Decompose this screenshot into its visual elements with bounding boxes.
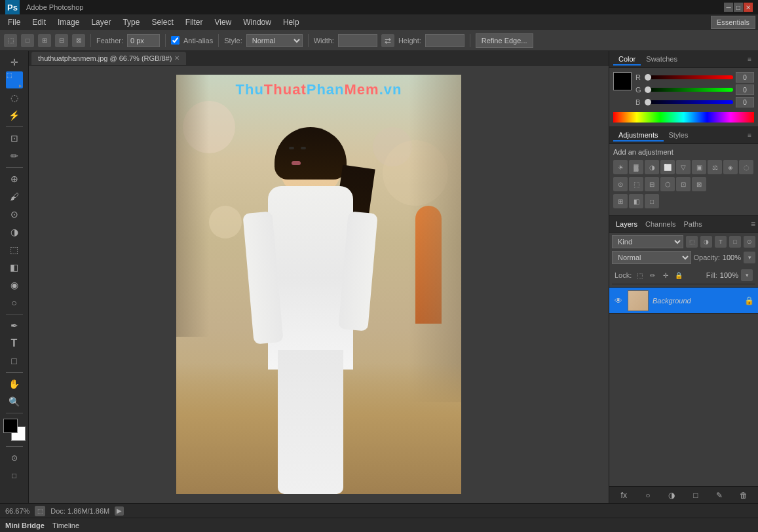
- new-layer-button[interactable]: ✎: [713, 489, 725, 501]
- channel-b-input[interactable]: 0: [736, 97, 754, 107]
- new-group-button[interactable]: □: [690, 489, 702, 501]
- levels-adj-icon[interactable]: ▓: [629, 160, 643, 174]
- layer-adjustment-button[interactable]: ◑: [666, 489, 677, 501]
- marquee-add-icon[interactable]: ⊞: [38, 34, 51, 47]
- adjust-filter-icon[interactable]: ◑: [700, 236, 712, 248]
- fill-chevron[interactable]: ▾: [741, 269, 753, 281]
- canvas-wrapper[interactable]: ThuThuatPhanMem.vn: [29, 66, 609, 503]
- pixel-filter-icon[interactable]: ⬚: [686, 236, 698, 248]
- blend-mode-select[interactable]: Normal Dissolve Multiply Screen Overlay: [612, 251, 691, 264]
- gradientmap-adj-icon[interactable]: ◧: [629, 194, 643, 208]
- solidcolor-adj-icon[interactable]: □: [645, 194, 659, 208]
- vibrance-adj-icon[interactable]: ▣: [692, 160, 706, 174]
- tab-paths[interactable]: Paths: [680, 219, 706, 229]
- adj-panel-menu[interactable]: ≡: [745, 130, 754, 140]
- tab-layers[interactable]: Layers: [612, 219, 641, 229]
- layers-filter-select[interactable]: Kind Name Effect Mode Attribute Color: [612, 235, 683, 248]
- history-brush[interactable]: ◑: [6, 223, 23, 240]
- marquee-inter-icon[interactable]: ⊠: [72, 34, 85, 47]
- channel-r-input[interactable]: 0: [736, 72, 754, 83]
- width-input[interactable]: [338, 34, 377, 47]
- quickselect-tool[interactable]: ⚡: [6, 107, 23, 124]
- channelmix-adj-icon[interactable]: ⬚: [629, 177, 643, 191]
- status-arrow-icon[interactable]: ▶: [115, 506, 124, 516]
- minimize-button[interactable]: ─: [724, 3, 733, 12]
- layer-visibility-icon[interactable]: 👁: [613, 295, 624, 306]
- color-spectrum[interactable]: [613, 112, 754, 123]
- bw-adj-icon[interactable]: ◌: [739, 160, 753, 174]
- foreground-color-swatch[interactable]: [3, 419, 18, 433]
- menu-help[interactable]: Help: [278, 16, 305, 28]
- quick-mask-tool[interactable]: ⊙: [6, 449, 23, 466]
- feather-input[interactable]: [127, 34, 160, 47]
- shape-filter-icon[interactable]: □: [729, 236, 741, 248]
- lock-move-icon[interactable]: ✛: [660, 270, 671, 280]
- curves-adj-icon[interactable]: ◑: [645, 160, 659, 174]
- channel-r-slider[interactable]: [645, 75, 733, 79]
- menu-type[interactable]: Type: [117, 16, 145, 28]
- smart-filter-icon[interactable]: ⊙: [744, 236, 755, 248]
- eraser-tool[interactable]: ⬚: [6, 241, 23, 258]
- menu-file[interactable]: File: [3, 16, 26, 28]
- lasso-tool[interactable]: ◌: [6, 89, 23, 106]
- height-input[interactable]: [425, 34, 464, 47]
- hand-tool[interactable]: ✋: [6, 375, 23, 392]
- pen-tool[interactable]: ✒: [6, 317, 23, 334]
- essentials-button[interactable]: Essentials: [711, 16, 755, 29]
- lock-position-icon[interactable]: ✏: [647, 270, 658, 280]
- clone-tool[interactable]: ⊙: [6, 206, 23, 223]
- layer-mask-button[interactable]: ○: [642, 489, 654, 501]
- main-color-swatch[interactable]: [613, 72, 632, 90]
- layers-panel-menu[interactable]: ≡: [751, 219, 755, 229]
- marquee-tool[interactable]: ⬚ ▶: [6, 71, 23, 88]
- menu-image[interactable]: Image: [52, 16, 85, 28]
- posterize-adj-icon[interactable]: ⊡: [676, 177, 691, 191]
- brush-tool[interactable]: 🖌: [6, 188, 23, 205]
- invert-adj-icon[interactable]: ⬡: [660, 177, 675, 191]
- document-tab[interactable]: thuthuatphanmem.jpg @ 66.7% (RGB/8#) ✕: [31, 52, 186, 65]
- dodge-tool[interactable]: ○: [6, 294, 23, 311]
- zoom-tool[interactable]: 🔍: [6, 393, 23, 410]
- close-button[interactable]: ✕: [744, 3, 753, 12]
- channel-b-slider[interactable]: [645, 100, 733, 104]
- move-tool[interactable]: ✛: [6, 54, 23, 71]
- layer-background[interactable]: 👁 Background 🔒: [609, 288, 758, 314]
- style-select[interactable]: Normal Fixed Ratio Fixed Size: [246, 34, 303, 47]
- healing-tool[interactable]: ⊕: [6, 170, 23, 187]
- channel-g-input[interactable]: 0: [736, 85, 754, 95]
- gradient-tool[interactable]: ◧: [6, 259, 23, 276]
- menu-window[interactable]: Window: [238, 16, 276, 28]
- type-filter-icon[interactable]: T: [715, 236, 727, 248]
- opacity-chevron[interactable]: ▾: [744, 252, 755, 263]
- colorlookup-adj-icon[interactable]: ⊟: [645, 177, 659, 191]
- channel-g-slider[interactable]: [645, 88, 733, 92]
- color-panel-menu[interactable]: ≡: [745, 54, 754, 64]
- menu-select[interactable]: Select: [146, 16, 178, 28]
- swap-icon[interactable]: ⇄: [381, 34, 394, 47]
- tab-swatches[interactable]: Swatches: [641, 54, 683, 66]
- shape-tool[interactable]: □: [6, 352, 23, 370]
- blur-tool[interactable]: ◉: [6, 276, 23, 294]
- marquee-rect-icon[interactable]: □: [21, 34, 34, 47]
- colorbalance-adj-icon[interactable]: ◈: [723, 160, 738, 174]
- eyedropper-tool[interactable]: ✏: [6, 147, 23, 164]
- text-tool[interactable]: T: [6, 335, 23, 352]
- tab-styles[interactable]: Styles: [664, 130, 694, 142]
- gradient-adj-icon[interactable]: ▽: [676, 160, 691, 174]
- menu-layer[interactable]: Layer: [86, 16, 116, 28]
- selectivecolor-adj-icon[interactable]: ⊞: [613, 194, 628, 208]
- crop-tool[interactable]: ⊡: [6, 130, 23, 147]
- tab-close-button[interactable]: ✕: [174, 54, 180, 62]
- marquee-sub-icon[interactable]: ⊟: [55, 34, 68, 47]
- tab-adjustments[interactable]: Adjustments: [613, 130, 664, 142]
- maximize-button[interactable]: □: [734, 3, 743, 12]
- layer-fx-button[interactable]: fx: [618, 489, 630, 501]
- refine-edge-button[interactable]: Refine Edge...: [476, 33, 533, 48]
- tab-channels[interactable]: Channels: [641, 219, 679, 229]
- delete-layer-button[interactable]: 🗑: [738, 489, 749, 501]
- menu-view[interactable]: View: [209, 16, 237, 28]
- photofilter-adj-icon[interactable]: ⊙: [613, 177, 628, 191]
- menu-filter[interactable]: Filter: [180, 16, 208, 28]
- antialias-checkbox[interactable]: [171, 36, 180, 45]
- timeline-tab[interactable]: Timeline: [52, 522, 79, 529]
